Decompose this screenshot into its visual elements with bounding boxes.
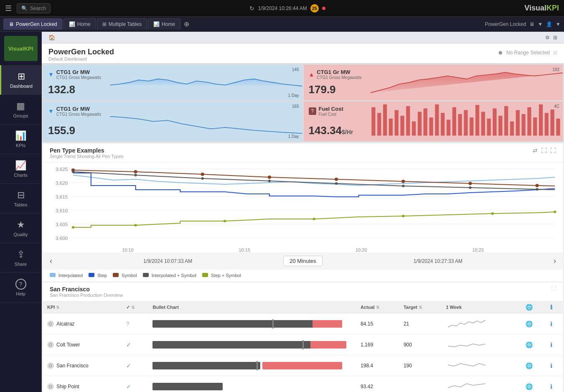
row-info-colt-tower[interactable]: ℹ <box>546 334 563 355</box>
trend-end-datetime: 1/9/2024 10:27:33 AM <box>414 258 462 264</box>
kpi-card-4-unit: $/Hr <box>342 129 353 135</box>
sf-expand-icon[interactable]: ⛶ <box>551 286 556 292</box>
info-link-icon[interactable]: ℹ <box>550 321 552 327</box>
sidebar-item-dashboard[interactable]: ⊞ Dashboard <box>0 65 41 95</box>
trend-prev-btn[interactable]: ‹ <box>50 257 52 265</box>
kpi-card-4[interactable]: ? Fuel Cost Fuel Cost 143.34$/Hr 4C <box>304 102 563 141</box>
info-link-icon[interactable]: ℹ <box>550 341 552 348</box>
quality-icon: ★ <box>17 219 25 230</box>
sidebar-item-kpis[interactable]: 📊 KPIs <box>0 125 41 154</box>
hamburger-icon[interactable]: ☰ <box>5 4 12 13</box>
dropdown-icon[interactable]: ▼ <box>538 21 543 27</box>
svg-rect-14 <box>452 107 456 136</box>
svg-point-63 <box>224 220 226 222</box>
svg-rect-11 <box>435 104 439 136</box>
tab-home-2[interactable]: 📊 Home <box>148 18 180 30</box>
row-sparkline-ship-point <box>442 376 521 392</box>
col-target[interactable]: Target ⇅ <box>399 301 442 313</box>
sidebar-item-share[interactable]: ⇪ Share <box>0 243 41 273</box>
sf-header: San Francisco San Francisco Production O… <box>43 283 563 301</box>
sf-title: San Francisco <box>50 286 123 293</box>
col-status[interactable]: ✓ ⇅ <box>122 301 149 313</box>
svg-text:3,600: 3,600 <box>56 236 68 241</box>
help-icon: ? <box>15 279 26 290</box>
world-link-icon[interactable]: 🌐 <box>526 383 533 390</box>
gear-icon[interactable]: ⚙ <box>545 35 550 41</box>
sort-icon-kpi: ⇅ <box>56 305 59 310</box>
kpi-icon: ⬡ <box>47 383 54 390</box>
svg-rect-16 <box>464 110 467 135</box>
kpi-card-3[interactable]: ▼ CTG1 Gr MW CTG1 Gross Megawatts 155.9 … <box>43 102 302 141</box>
trend-duration[interactable]: 20 Minutes <box>283 256 323 266</box>
svg-point-47 <box>201 173 204 176</box>
kpi-chart-3-max: 165 <box>292 104 299 109</box>
kpi-card-1[interactable]: ▼ CTG1 Gr MW CTG1 Gross Megawatts 132.8 … <box>43 65 302 100</box>
legend-dot-symbol <box>113 273 119 277</box>
row-info-ship-point[interactable]: ℹ <box>546 376 563 392</box>
sidebar-item-quality[interactable]: ★ Quality <box>0 214 41 243</box>
trend-expand-icon[interactable]: ⛶ <box>541 147 547 154</box>
kpi-card-1-chart: 145 1 Day <box>110 65 302 100</box>
row-info-alcatraz[interactable]: ℹ <box>546 313 563 334</box>
kpi-card-2[interactable]: ▲ CTG1 Gr MW CTG1 Gross Megawatts 179.9 … <box>304 65 563 100</box>
info-link-icon[interactable]: ℹ <box>550 383 552 390</box>
col-kpi[interactable]: KPI ⇅ <box>43 301 122 313</box>
sidebar-item-groups[interactable]: ▦ Groups <box>0 95 41 125</box>
tables-icon: ⊟ <box>17 190 25 201</box>
row-world-alcatraz[interactable]: 🌐 <box>521 313 546 334</box>
dashboard-header-right: ● No Range Selected ⊞ <box>498 48 557 57</box>
kpi-card-2-title: CTG1 Gr MW <box>317 69 361 75</box>
trend-swap-icon[interactable]: ⇄ <box>533 147 538 154</box>
legend-interp-symbol: Interpolated + Symbol <box>143 273 196 278</box>
svg-rect-23 <box>504 106 508 136</box>
dashboard-grid-icon[interactable]: ⊞ <box>553 50 557 56</box>
world-link-icon[interactable]: 🌐 <box>526 321 533 327</box>
tab-multiple-tables[interactable]: ⊞ Multiple Tables <box>97 18 147 30</box>
trend-fullscreen-icon[interactable]: ⛶ <box>550 147 556 154</box>
row-actual-sf: 198.4 <box>356 355 399 376</box>
kpi-card-2-sub: CTG1 Gross Megawatts <box>317 75 361 80</box>
col-actual[interactable]: Actual ⇅ <box>356 301 399 313</box>
world-link-icon[interactable]: 🌐 <box>526 341 533 348</box>
sidebar-item-help[interactable]: ? Help <box>0 273 41 303</box>
tab-home-1[interactable]: 📊 Home <box>64 18 96 30</box>
row-world-sf[interactable]: 🌐 <box>521 355 546 376</box>
refresh-icon[interactable]: ↻ <box>249 5 254 12</box>
sidebar-item-charts[interactable]: 📈 Charts <box>0 154 41 184</box>
trend-legend: Interpolated Step Symbol Interpolated + … <box>43 270 563 281</box>
search-bar[interactable]: 🔍 Search <box>17 3 51 13</box>
row-chart-sf <box>148 355 356 376</box>
trend-next-btn[interactable]: › <box>554 257 556 265</box>
kpi-icon: ⬡ <box>47 321 54 327</box>
status-question-icon: ? <box>126 321 130 327</box>
share-icon: ⇪ <box>17 249 25 260</box>
row-info-sf[interactable]: ℹ <box>546 355 563 376</box>
tab-icon: 📊 <box>153 21 160 27</box>
search-label: Search <box>30 5 46 11</box>
info-icon[interactable]: ℹ <box>550 304 552 311</box>
trend-chart-svg: 3,625 3,620 3,615 3,610 3,605 3,600 <box>46 163 559 246</box>
svg-rect-17 <box>470 117 473 135</box>
range-text: No Range Selected <box>506 50 550 56</box>
add-tab-icon[interactable]: ⊕ <box>181 20 192 28</box>
user-dropdown-icon[interactable]: ▼ <box>556 21 561 27</box>
kpi-card-3-left: ▼ CTG1 Gr MW CTG1 Gross Megawatts 155.9 <box>43 102 110 141</box>
user-icon[interactable]: 👤 <box>546 21 552 27</box>
svg-rect-2 <box>383 104 386 136</box>
topbar: ☰ 🔍 Search ↻ 1/9/2024 10:26:44 AM 25 Vis… <box>0 0 564 17</box>
sidebar-item-tables[interactable]: ⊟ Tables <box>0 184 41 214</box>
kpi-cards-grid: ▼ CTG1 Gr MW CTG1 Gross Megawatts 132.8 … <box>42 64 564 143</box>
row-world-colt-tower[interactable]: 🌐 <box>521 334 546 355</box>
world-icon[interactable]: 🌐 <box>526 304 533 311</box>
tab-powergen-locked[interactable]: 🖥 PowerGen Locked <box>3 18 63 30</box>
sidebar-item-label: Groups <box>13 113 28 118</box>
kpi-card-3-value: 155.9 <box>48 124 105 137</box>
world-link-icon[interactable]: 🌐 <box>526 362 533 369</box>
row-world-ship-point[interactable]: 🌐 <box>521 376 546 392</box>
alert-badge[interactable]: 25 <box>310 4 319 13</box>
grid-icon[interactable]: ⊞ <box>553 35 557 41</box>
info-link-icon[interactable]: ℹ <box>550 362 552 369</box>
toggle-circle[interactable]: ● <box>498 48 503 57</box>
svg-rect-22 <box>498 116 502 136</box>
dashboard-title: PowerGen Locked <box>48 48 114 56</box>
